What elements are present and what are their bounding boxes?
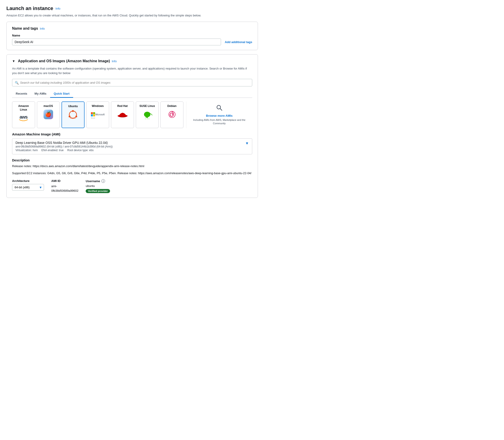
svg-rect-9 <box>91 114 93 116</box>
svg-text:Microsoft: Microsoft <box>91 117 95 119</box>
svg-point-20 <box>169 111 175 118</box>
description-section: Description Release notes: https://docs.… <box>12 158 252 176</box>
add-tags-link[interactable]: Add additional tags <box>225 40 252 44</box>
svg-text:SUSE: SUSE <box>145 118 150 119</box>
page-subtitle: Amazon EC2 allows you to create virtual … <box>6 14 258 17</box>
ami-name: Deep Learning Base OSS Nvidia Driver GPU… <box>15 141 113 145</box>
name-tags-info-link[interactable]: Info <box>40 27 45 30</box>
os-amazon-linux[interactable]: Amazon Linux aws <box>12 101 35 128</box>
description-title: Description <box>12 158 252 162</box>
verified-provider-badge: Verified provider <box>86 189 110 193</box>
browse-more-section: Browse more AMIs Including AMIs from AWS… <box>186 101 252 128</box>
ami-select-box[interactable]: Deep Learning Base OSS Nvidia Driver GPU… <box>12 138 252 154</box>
svg-point-6 <box>73 118 73 119</box>
architecture-select[interactable]: 64-bit (x86) 64-bit (Arm) <box>12 184 44 191</box>
architecture-label: Architecture <box>12 179 44 183</box>
ami-tabs: Recents My AMIs Quick Start <box>12 90 252 98</box>
ami-dropdown-arrow: ▼ <box>245 141 249 145</box>
os-red-hat-label: Red Hat <box>117 104 128 108</box>
name-tags-section: Name and tags Info Name Add additional t… <box>6 22 258 50</box>
os-windows-label: Windows <box>92 104 104 108</box>
ami-info-link[interactable]: Info <box>112 59 117 63</box>
ami-description: An AMI is a template that contains the s… <box>12 66 252 75</box>
username-label-row: Username i <box>86 179 110 183</box>
ami-meta: Virtualization: hvm ENA enabled: true Ro… <box>15 149 113 152</box>
svg-point-18 <box>149 112 149 112</box>
os-windows[interactable]: Windows Microsoft Microsoft <box>86 101 109 128</box>
ami-search-input[interactable] <box>12 79 252 86</box>
debian-logo <box>165 110 179 119</box>
username-info-icon[interactable]: i <box>101 179 105 183</box>
os-macos[interactable]: macOS 🍎 <box>37 101 60 128</box>
name-row: Add additional tags <box>12 39 252 45</box>
tab-my-amis[interactable]: My AMIs <box>31 90 50 98</box>
os-suse-linux-label: SUSE Linux <box>139 104 155 108</box>
ami-id-field: AMI ID ami-0fb38d50689a99602 <box>51 179 78 193</box>
macos-logo: 🍎 <box>41 110 55 119</box>
ami-section: ▼ Application and OS Images (Amazon Mach… <box>6 54 258 198</box>
ami-selector-label: Amazon Machine Image (AMI) <box>12 132 252 136</box>
name-tags-title: Name and tags Info <box>12 27 252 30</box>
svg-rect-7 <box>91 112 93 114</box>
browse-more-icon <box>216 104 223 113</box>
svg-point-2 <box>72 110 74 112</box>
svg-rect-10 <box>93 114 95 116</box>
ami-select-info: Deep Learning Base OSS Nvidia Driver GPU… <box>15 141 113 152</box>
architecture-field: Architecture 64-bit (x86) 64-bit (Arm) ▼ <box>12 179 44 191</box>
ami-section-title: ▼ Application and OS Images (Amazon Mach… <box>12 59 252 63</box>
search-icon: 🔍 <box>15 81 19 84</box>
ubuntu-logo: ubuntu <box>66 110 80 119</box>
svg-point-3 <box>75 116 77 117</box>
description-text-1: Release notes: https://docs.aws.amazon.c… <box>12 164 252 169</box>
username-field: Username i ubuntu Verified provider <box>86 179 110 193</box>
browse-more-sub: Including AMIs from AWS, Marketplace and… <box>190 118 249 125</box>
os-debian-label: Debian <box>167 104 177 108</box>
ami-ids: ami-0fb38d50689a99602 (64-bit (x86)) / a… <box>15 145 113 148</box>
os-ubuntu-label: Ubuntu <box>68 105 78 108</box>
page-title: Launch an instance Info <box>6 5 60 11</box>
windows-logo: Microsoft Microsoft <box>91 110 105 119</box>
os-ubuntu[interactable]: Ubuntu ubuntu <box>62 101 84 128</box>
os-red-hat[interactable]: Red Hat Red Hat <box>111 101 134 128</box>
os-grid: Amazon Linux aws macOS 🍎 Ubuntu <box>12 101 252 128</box>
tab-recents[interactable]: Recents <box>12 90 31 98</box>
name-field-label: Name <box>12 34 252 37</box>
os-debian[interactable]: Debian <box>160 101 184 128</box>
description-text-2: Supported EC2 instances: G4dn, G5, G6, G… <box>12 171 252 176</box>
redhat-logo: Red Hat <box>116 110 129 119</box>
arch-row: Architecture 64-bit (x86) 64-bit (Arm) ▼… <box>12 179 252 193</box>
username-value: ubuntu <box>86 184 110 188</box>
svg-line-22 <box>220 109 222 110</box>
architecture-select-wrapper: 64-bit (x86) 64-bit (Arm) ▼ <box>12 184 44 191</box>
svg-rect-8 <box>93 112 95 114</box>
os-suse-linux[interactable]: SUSE Linux SUSE <box>136 101 159 128</box>
suse-logo: SUSE <box>140 110 154 119</box>
browse-more-link[interactable]: Browse more AMIs <box>206 114 233 117</box>
ami-search-wrapper: 🔍 <box>12 79 252 86</box>
os-amazon-linux-label: Amazon Linux <box>14 104 33 111</box>
tab-quick-start[interactable]: Quick Start <box>50 90 73 98</box>
os-macos-label: macOS <box>43 104 53 108</box>
aws-logo: aws <box>17 113 30 123</box>
name-input[interactable] <box>12 39 221 45</box>
toggle-icon: ▼ <box>12 59 15 63</box>
ami-id-value: ami-0fb38d50689a99602 <box>51 184 78 193</box>
page-info-link[interactable]: Info <box>55 7 60 10</box>
ami-id-label: AMI ID <box>51 179 78 183</box>
svg-point-13 <box>118 115 128 117</box>
